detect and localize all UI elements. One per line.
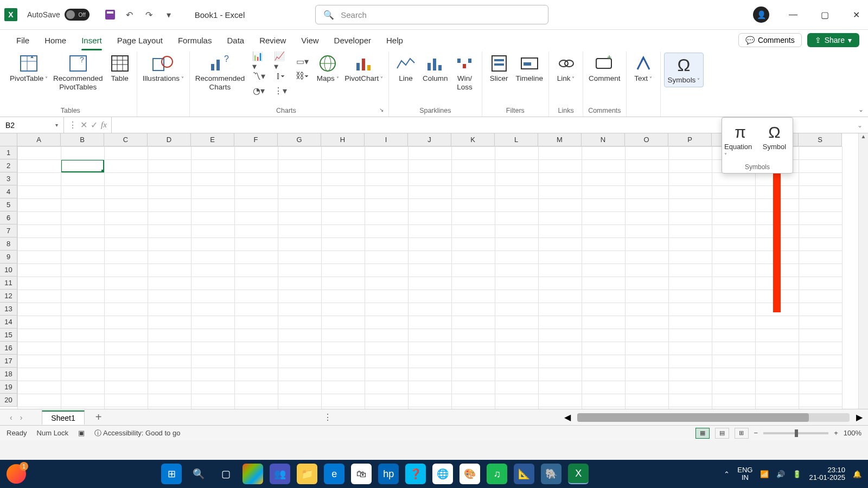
app-icon-2[interactable]: 🎨 bbox=[459, 464, 480, 484]
add-sheet-button[interactable]: + bbox=[95, 411, 102, 423]
start-button[interactable]: ⊞ bbox=[161, 464, 182, 484]
symbols-button[interactable]: Ω Symbols bbox=[664, 53, 704, 87]
taskbar-widget[interactable]: 1 bbox=[7, 464, 26, 484]
column-header-H[interactable]: H bbox=[321, 133, 365, 146]
taskbar-search[interactable]: 🔍 bbox=[188, 464, 209, 484]
comments-button[interactable]: 💬Comments bbox=[738, 33, 802, 47]
scroll-right-icon[interactable]: ▶ bbox=[856, 412, 863, 422]
row-header-10[interactable]: 10 bbox=[0, 264, 17, 277]
tab-insert[interactable]: Insert bbox=[74, 30, 110, 50]
tab-formulas[interactable]: Formulas bbox=[170, 30, 220, 50]
undo-button[interactable]: ↶ bbox=[123, 8, 136, 21]
scroll-up-icon[interactable]: ▲ bbox=[861, 133, 866, 139]
copilot-icon[interactable] bbox=[242, 464, 263, 484]
row-header-2[interactable]: 2 bbox=[0, 159, 17, 172]
store-icon[interactable]: 🛍 bbox=[351, 464, 372, 484]
row-header-13[interactable]: 13 bbox=[0, 303, 17, 316]
tab-developer[interactable]: Developer bbox=[327, 30, 379, 50]
postgres-icon[interactable]: 🐘 bbox=[541, 464, 561, 484]
row-header-18[interactable]: 18 bbox=[0, 368, 17, 381]
app-icon-1[interactable]: ❓ bbox=[405, 464, 426, 484]
close-button[interactable]: ✕ bbox=[848, 10, 864, 20]
myhp-icon[interactable]: hp bbox=[378, 464, 399, 484]
row-header-1[interactable]: 1 bbox=[0, 146, 17, 159]
column-header-I[interactable]: I bbox=[365, 133, 408, 146]
view-page-layout-button[interactable]: ▤ bbox=[715, 428, 729, 439]
accept-formula-button[interactable]: ✓ bbox=[91, 120, 98, 130]
sheet-options-button[interactable]: ⋮ bbox=[318, 412, 337, 422]
clock[interactable]: 23:10 21-01-2025 bbox=[809, 466, 845, 482]
chart-bar-gallery[interactable]: ▭▾ bbox=[296, 55, 309, 68]
sparkline-column-button[interactable]: Column bbox=[420, 53, 450, 84]
language-indicator[interactable]: ENG IN bbox=[737, 466, 752, 482]
row-header-6[interactable]: 6 bbox=[0, 211, 17, 224]
scroll-left-icon[interactable]: ◀ bbox=[564, 412, 571, 422]
column-header-N[interactable]: N bbox=[582, 133, 625, 146]
maximize-button[interactable]: ▢ bbox=[817, 10, 832, 20]
row-header-16[interactable]: 16 bbox=[0, 342, 17, 355]
row-header-15[interactable]: 15 bbox=[0, 329, 17, 342]
chart-line-gallery[interactable]: 📈▾ bbox=[274, 55, 287, 68]
chart-hist-gallery[interactable]: ⫿▾ bbox=[274, 69, 287, 82]
name-box[interactable]: B2▾ bbox=[0, 117, 64, 133]
row-header-14[interactable]: 14 bbox=[0, 316, 17, 329]
user-avatar[interactable]: 👤 bbox=[753, 7, 769, 23]
column-header-D[interactable]: D bbox=[148, 133, 191, 146]
row-header-9[interactable]: 9 bbox=[0, 251, 17, 264]
wifi-icon[interactable]: 📶 bbox=[760, 470, 769, 478]
selected-cell[interactable] bbox=[61, 159, 104, 172]
row-header-19[interactable]: 19 bbox=[0, 381, 17, 394]
row-header-17[interactable]: 17 bbox=[0, 355, 17, 368]
chrome-icon[interactable]: 🌐 bbox=[432, 464, 453, 484]
volume-icon[interactable]: 🔊 bbox=[776, 470, 785, 478]
minimize-button[interactable]: — bbox=[786, 10, 801, 20]
sparkline-winloss-button[interactable]: Win/ Loss bbox=[451, 53, 478, 92]
spotify-icon[interactable]: ♫ bbox=[487, 464, 507, 484]
column-header-O[interactable]: O bbox=[625, 133, 668, 146]
column-header-A[interactable]: A bbox=[17, 133, 61, 146]
tab-home[interactable]: Home bbox=[37, 30, 74, 50]
horizontal-scrollbar[interactable]: ◀ ▶ bbox=[553, 412, 868, 422]
equation-button[interactable]: π Equation bbox=[723, 121, 757, 160]
row-header-12[interactable]: 12 bbox=[0, 290, 17, 303]
column-header-M[interactable]: M bbox=[538, 133, 582, 146]
timeline-button[interactable]: Timeline bbox=[514, 53, 546, 84]
pivottable-button[interactable]: PivotTable bbox=[8, 53, 50, 84]
select-all-corner[interactable] bbox=[0, 133, 17, 146]
row-header-20[interactable]: 20 bbox=[0, 394, 17, 407]
macro-record-icon[interactable]: ▣ bbox=[78, 429, 85, 437]
zoom-in-button[interactable]: + bbox=[834, 429, 838, 437]
text-button[interactable]: Text bbox=[630, 53, 657, 84]
column-header-K[interactable]: K bbox=[451, 133, 495, 146]
chart-area-gallery[interactable]: 〽▾ bbox=[252, 69, 265, 82]
chart-pie-gallery[interactable]: ◔▾ bbox=[252, 84, 265, 97]
row-header-8[interactable]: 8 bbox=[0, 237, 17, 251]
save-button[interactable] bbox=[104, 8, 117, 21]
charts-dialog-launcher[interactable]: ↘ bbox=[379, 107, 385, 114]
illustrations-button[interactable]: Illustrations bbox=[141, 53, 186, 84]
column-header-L[interactable]: L bbox=[495, 133, 538, 146]
fx-icon[interactable]: fx bbox=[101, 120, 107, 130]
column-header-C[interactable]: C bbox=[104, 133, 148, 146]
sheet-nav-next[interactable]: › bbox=[20, 413, 23, 422]
row-header-3[interactable]: 3 bbox=[0, 172, 17, 185]
sparkline-line-button[interactable]: Line bbox=[392, 53, 419, 84]
excel-taskbar-icon[interactable]: X bbox=[568, 464, 589, 484]
task-view[interactable]: ▢ bbox=[215, 464, 236, 484]
maps-button[interactable]: Maps bbox=[314, 53, 341, 84]
vertical-scrollbar[interactable]: ▲ bbox=[858, 133, 868, 409]
teams-icon[interactable]: 👥 bbox=[270, 464, 290, 484]
pivotchart-button[interactable]: PivotChart bbox=[342, 53, 385, 84]
tray-expand[interactable]: ⌃ bbox=[724, 470, 730, 478]
chart-scatter-gallery[interactable]: ⋮▾ bbox=[274, 84, 287, 97]
table-button[interactable]: Table bbox=[106, 53, 133, 84]
notifications-icon[interactable]: 🔔 bbox=[853, 470, 861, 478]
recommended-charts-button[interactable]: ? Recommended Charts bbox=[193, 53, 247, 92]
sheet-tab-sheet1[interactable]: Sheet1 bbox=[42, 410, 84, 425]
tab-file[interactable]: File bbox=[9, 30, 37, 50]
zoom-slider[interactable] bbox=[763, 432, 828, 434]
cancel-formula-button[interactable]: ✕ bbox=[80, 120, 87, 130]
chart-column-gallery[interactable]: 📊▾ bbox=[252, 55, 265, 68]
share-button[interactable]: ⇪Share ▾ bbox=[807, 33, 859, 47]
accessibility-status[interactable]: ⓘ Accessibility: Good to go bbox=[94, 428, 180, 438]
